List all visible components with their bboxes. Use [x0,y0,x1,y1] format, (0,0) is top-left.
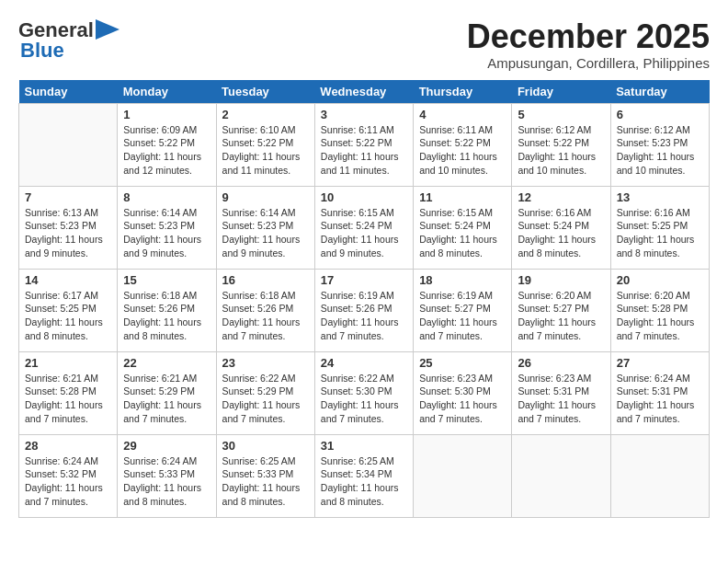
day-number: 14 [25,273,111,287]
calendar-cell [610,434,709,517]
calendar-cell: 20Sunrise: 6:20 AM Sunset: 5:28 PM Dayli… [610,269,709,351]
calendar-cell: 7Sunrise: 6:13 AM Sunset: 5:23 PM Daylig… [19,186,118,269]
day-number: 16 [222,273,309,287]
day-info: Sunrise: 6:12 AM Sunset: 5:23 PM Dayligh… [617,123,703,178]
day-info: Sunrise: 6:09 AM Sunset: 5:22 PM Dayligh… [123,123,210,178]
day-info: Sunrise: 6:13 AM Sunset: 5:23 PM Dayligh… [25,206,111,260]
week-row-2: 7Sunrise: 6:13 AM Sunset: 5:23 PM Daylig… [19,186,710,269]
logo-arrow-icon [96,19,119,40]
day-of-week-thursday: Thursday [414,80,512,104]
calendar-cell [19,103,118,186]
calendar-cell: 11Sunrise: 6:15 AM Sunset: 5:24 PM Dayli… [414,186,512,269]
calendar-cell: 24Sunrise: 6:22 AM Sunset: 5:30 PM Dayli… [314,351,413,434]
day-info: Sunrise: 6:21 AM Sunset: 5:28 PM Dayligh… [25,372,111,426]
calendar-cell: 17Sunrise: 6:19 AM Sunset: 5:26 PM Dayli… [314,269,413,351]
day-info: Sunrise: 6:15 AM Sunset: 5:24 PM Dayligh… [321,206,407,260]
calendar-cell: 10Sunrise: 6:15 AM Sunset: 5:24 PM Dayli… [314,186,413,269]
day-number: 27 [617,356,703,370]
day-of-week-friday: Friday [512,80,610,104]
calendar-cell: 1Sunrise: 6:09 AM Sunset: 5:22 PM Daylig… [118,103,216,186]
day-info: Sunrise: 6:22 AM Sunset: 5:29 PM Dayligh… [222,372,309,426]
calendar-cell: 14Sunrise: 6:17 AM Sunset: 5:25 PM Dayli… [19,269,118,351]
day-info: Sunrise: 6:12 AM Sunset: 5:22 PM Dayligh… [518,123,604,178]
calendar-cell: 19Sunrise: 6:20 AM Sunset: 5:27 PM Dayli… [512,269,610,351]
day-info: Sunrise: 6:14 AM Sunset: 5:23 PM Dayligh… [123,206,210,260]
day-number: 7 [25,190,111,204]
day-number: 11 [419,190,506,204]
calendar-cell: 28Sunrise: 6:24 AM Sunset: 5:32 PM Dayli… [19,434,118,517]
day-number: 8 [123,190,210,204]
location-subtitle: Ampusungan, Cordillera, Philippines [467,55,710,71]
calendar-cell: 22Sunrise: 6:21 AM Sunset: 5:29 PM Dayli… [118,351,216,434]
calendar-cell: 27Sunrise: 6:24 AM Sunset: 5:31 PM Dayli… [610,351,709,434]
calendar-cell: 29Sunrise: 6:24 AM Sunset: 5:33 PM Dayli… [118,434,216,517]
day-number: 29 [123,439,210,453]
day-number: 25 [419,356,506,370]
days-of-week-row: SundayMondayTuesdayWednesdayThursdayFrid… [19,80,710,104]
week-row-1: 1Sunrise: 6:09 AM Sunset: 5:22 PM Daylig… [19,103,710,186]
calendar-cell: 13Sunrise: 6:16 AM Sunset: 5:25 PM Dayli… [610,186,709,269]
day-number: 13 [617,190,703,204]
day-info: Sunrise: 6:19 AM Sunset: 5:26 PM Dayligh… [321,289,407,343]
calendar-cell: 12Sunrise: 6:16 AM Sunset: 5:24 PM Dayli… [512,186,610,269]
calendar-cell [414,434,512,517]
calendar-cell: 30Sunrise: 6:25 AM Sunset: 5:33 PM Dayli… [216,434,314,517]
day-of-week-tuesday: Tuesday [216,80,314,104]
day-number: 19 [518,273,604,287]
calendar-cell: 15Sunrise: 6:18 AM Sunset: 5:26 PM Dayli… [118,269,216,351]
day-number: 30 [222,439,309,453]
calendar-cell: 9Sunrise: 6:14 AM Sunset: 5:23 PM Daylig… [216,186,314,269]
day-number: 20 [617,273,703,287]
day-number: 3 [321,108,407,121]
day-number: 4 [419,108,506,121]
day-info: Sunrise: 6:20 AM Sunset: 5:28 PM Dayligh… [617,289,703,343]
day-info: Sunrise: 6:25 AM Sunset: 5:33 PM Dayligh… [222,454,309,509]
day-of-week-saturday: Saturday [610,80,709,104]
page-header: General Blue December 2025 Ampusungan, C… [18,18,710,71]
day-of-week-monday: Monday [118,80,216,104]
day-number: 21 [25,356,111,370]
day-number: 15 [123,273,210,287]
calendar-cell: 2Sunrise: 6:10 AM Sunset: 5:22 PM Daylig… [216,103,314,186]
calendar-cell: 31Sunrise: 6:25 AM Sunset: 5:34 PM Dayli… [314,434,413,517]
calendar-cell: 8Sunrise: 6:14 AM Sunset: 5:23 PM Daylig… [118,186,216,269]
day-info: Sunrise: 6:24 AM Sunset: 5:31 PM Dayligh… [617,372,703,426]
day-number: 2 [222,108,309,121]
day-info: Sunrise: 6:24 AM Sunset: 5:32 PM Dayligh… [25,454,111,509]
logo-blue: Blue [20,39,64,63]
calendar-cell: 4Sunrise: 6:11 AM Sunset: 5:22 PM Daylig… [414,103,512,186]
month-year-title: December 2025 [467,18,710,55]
day-info: Sunrise: 6:18 AM Sunset: 5:26 PM Dayligh… [222,289,309,343]
day-info: Sunrise: 6:23 AM Sunset: 5:30 PM Dayligh… [419,372,506,426]
calendar-cell: 6Sunrise: 6:12 AM Sunset: 5:23 PM Daylig… [610,103,709,186]
day-number: 10 [321,190,407,204]
day-info: Sunrise: 6:10 AM Sunset: 5:22 PM Dayligh… [222,123,309,178]
day-number: 9 [222,190,309,204]
day-info: Sunrise: 6:17 AM Sunset: 5:25 PM Dayligh… [25,289,111,343]
calendar-cell: 5Sunrise: 6:12 AM Sunset: 5:22 PM Daylig… [512,103,610,186]
logo: General Blue [18,18,119,63]
calendar-cell: 16Sunrise: 6:18 AM Sunset: 5:26 PM Dayli… [216,269,314,351]
day-info: Sunrise: 6:21 AM Sunset: 5:29 PM Dayligh… [123,372,210,426]
day-number: 23 [222,356,309,370]
calendar-cell [512,434,610,517]
day-of-week-sunday: Sunday [19,80,118,104]
svg-marker-0 [96,19,119,40]
day-info: Sunrise: 6:24 AM Sunset: 5:33 PM Dayligh… [123,454,210,509]
calendar-cell: 3Sunrise: 6:11 AM Sunset: 5:22 PM Daylig… [314,103,413,186]
day-info: Sunrise: 6:23 AM Sunset: 5:31 PM Dayligh… [518,372,604,426]
day-info: Sunrise: 6:22 AM Sunset: 5:30 PM Dayligh… [321,372,407,426]
week-row-5: 28Sunrise: 6:24 AM Sunset: 5:32 PM Dayli… [19,434,710,517]
day-info: Sunrise: 6:19 AM Sunset: 5:27 PM Dayligh… [419,289,506,343]
day-info: Sunrise: 6:16 AM Sunset: 5:24 PM Dayligh… [518,206,604,260]
day-number: 12 [518,190,604,204]
day-number: 31 [321,439,407,453]
calendar-cell: 25Sunrise: 6:23 AM Sunset: 5:30 PM Dayli… [414,351,512,434]
calendar-body: 1Sunrise: 6:09 AM Sunset: 5:22 PM Daylig… [19,103,710,517]
day-info: Sunrise: 6:18 AM Sunset: 5:26 PM Dayligh… [123,289,210,343]
day-number: 24 [321,356,407,370]
day-number: 28 [25,439,111,453]
day-of-week-wednesday: Wednesday [314,80,413,104]
calendar-cell: 21Sunrise: 6:21 AM Sunset: 5:28 PM Dayli… [19,351,118,434]
day-number: 18 [419,273,506,287]
